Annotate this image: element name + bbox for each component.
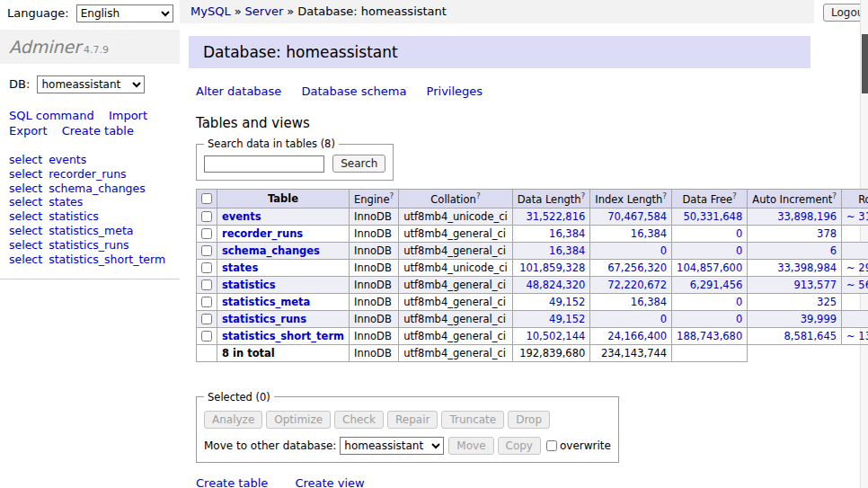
index-length-link[interactable]: 70,467,584 xyxy=(607,210,667,223)
overwrite-label[interactable]: overwrite xyxy=(560,439,611,452)
column-help-icon[interactable]: ? xyxy=(581,191,586,200)
data-free-link[interactable]: 188,743,680 xyxy=(677,330,742,342)
alter-database-link[interactable]: Alter database xyxy=(196,84,281,98)
row-checkbox[interactable] xyxy=(201,211,212,222)
scrollbar-thumb[interactable] xyxy=(862,34,868,93)
auto-increment-link[interactable]: 39,999 xyxy=(801,313,837,325)
auto-increment-link[interactable]: 33,398,984 xyxy=(777,262,837,274)
row-checkbox[interactable] xyxy=(201,314,212,324)
select-link[interactable]: select xyxy=(9,153,42,166)
data-free-link[interactable]: 50,331,648 xyxy=(683,210,742,223)
index-length-link[interactable]: 0 xyxy=(660,313,667,325)
optimize-button[interactable]: Optimize xyxy=(266,411,331,429)
table-link[interactable]: states xyxy=(222,262,258,274)
create-view-link[interactable]: Create view xyxy=(295,476,364,488)
data-free-link[interactable]: 0 xyxy=(736,296,742,308)
row-checkbox[interactable] xyxy=(201,331,212,342)
auto-increment-link[interactable]: 913,577 xyxy=(793,279,837,291)
db-select[interactable]: homeassistant xyxy=(37,75,145,93)
check-button[interactable]: Check xyxy=(334,411,384,429)
column-help-icon[interactable]: ? xyxy=(662,191,667,200)
overwrite-checkbox[interactable] xyxy=(546,440,557,451)
table-link[interactable]: statistics_meta xyxy=(222,296,310,308)
row-checkbox[interactable] xyxy=(201,228,212,239)
data-free-link[interactable]: 0 xyxy=(736,227,742,240)
create-table-link[interactable]: Create table xyxy=(62,124,134,138)
data-length-link[interactable]: 101,859,328 xyxy=(519,262,585,274)
select-link[interactable]: select xyxy=(9,195,42,209)
analyze-button[interactable]: Analyze xyxy=(204,411,262,429)
repair-button[interactable]: Repair xyxy=(387,411,438,429)
auto-increment-link[interactable]: 8,581,645 xyxy=(784,330,837,342)
rows-link[interactable]: ~ 136,108 xyxy=(846,330,868,342)
data-free-link[interactable]: 0 xyxy=(736,244,742,257)
data-free-link[interactable]: 6,291,456 xyxy=(690,279,743,291)
sidebar-table-link[interactable]: recorder_runs xyxy=(49,167,127,181)
index-length-link[interactable]: 24,166,400 xyxy=(607,330,667,342)
data-length-link[interactable]: 16,384 xyxy=(549,244,585,257)
index-length-link[interactable]: 67,256,320 xyxy=(607,262,667,274)
select-link[interactable]: select xyxy=(9,209,42,223)
search-button[interactable]: Search xyxy=(332,155,385,173)
sidebar-table-link[interactable]: statistics xyxy=(49,209,99,223)
column-help-icon[interactable]: ? xyxy=(476,191,481,200)
table-link[interactable]: statistics xyxy=(222,279,276,291)
data-length-link[interactable]: 49,152 xyxy=(549,296,585,308)
column-help-icon[interactable]: ? xyxy=(732,191,737,200)
breadcrumb-server-link[interactable]: Server xyxy=(245,4,284,18)
table-link[interactable]: recorder_runs xyxy=(222,227,303,240)
drop-button[interactable]: Drop xyxy=(508,411,550,429)
move-db-select[interactable]: homeassistant xyxy=(340,437,444,455)
sidebar-table-link[interactable]: events xyxy=(49,153,86,166)
breadcrumb-mysql-link[interactable]: MySQL xyxy=(190,4,231,18)
sql-command-link[interactable]: SQL command xyxy=(9,109,94,122)
rows-link[interactable]: ~ 312,180 xyxy=(846,210,868,223)
select-all-checkbox[interactable] xyxy=(201,193,212,204)
auto-increment-link[interactable]: 33,898,196 xyxy=(777,210,837,223)
select-link[interactable]: select xyxy=(9,238,42,252)
database-schema-link[interactable]: Database schema xyxy=(302,84,407,98)
sidebar-table-link[interactable]: statistics_runs xyxy=(49,238,128,252)
row-checkbox[interactable] xyxy=(201,279,212,290)
sidebar-table-link[interactable]: schema_changes xyxy=(49,182,146,195)
sidebar-table-link[interactable]: statistics_short_term xyxy=(49,253,165,266)
data-free-link[interactable]: 0 xyxy=(736,313,742,325)
data-length-link[interactable]: 16,384 xyxy=(549,227,585,240)
auto-increment-link[interactable]: 378 xyxy=(817,227,837,240)
export-link[interactable]: Export xyxy=(9,124,48,138)
select-link[interactable]: select xyxy=(9,224,42,237)
select-link[interactable]: select xyxy=(9,167,42,181)
table-link[interactable]: statistics_runs xyxy=(222,313,306,325)
create-table-link-main[interactable]: Create table xyxy=(196,476,268,488)
column-help-icon[interactable]: ? xyxy=(389,191,394,200)
row-checkbox[interactable] xyxy=(201,262,212,273)
index-length-link[interactable]: 16,384 xyxy=(631,296,667,308)
row-checkbox[interactable] xyxy=(201,297,212,307)
column-help-icon[interactable]: ? xyxy=(832,191,837,200)
privileges-link[interactable]: Privileges xyxy=(427,84,483,98)
select-link[interactable]: select xyxy=(9,253,42,266)
sidebar-table-link[interactable]: statistics_meta xyxy=(49,224,133,237)
data-length-link[interactable]: 31,522,816 xyxy=(526,210,585,223)
auto-increment-link[interactable]: 325 xyxy=(817,296,837,308)
select-link[interactable]: select xyxy=(9,182,42,195)
truncate-button[interactable]: Truncate xyxy=(441,411,504,429)
auto-increment-link[interactable]: 6 xyxy=(830,244,837,257)
data-length-link[interactable]: 10,502,144 xyxy=(526,330,585,342)
data-length-link[interactable]: 49,152 xyxy=(549,313,585,325)
move-button[interactable]: Move xyxy=(448,437,493,455)
rows-link[interactable]: ~ 569,159 xyxy=(846,279,868,291)
sidebar-table-link[interactable]: states xyxy=(49,195,83,209)
copy-button[interactable]: Copy xyxy=(498,437,541,455)
search-input[interactable] xyxy=(204,155,324,173)
index-length-link[interactable]: 72,220,672 xyxy=(607,279,667,291)
table-link[interactable]: events xyxy=(222,210,261,223)
language-select[interactable]: English xyxy=(76,4,173,22)
row-checkbox[interactable] xyxy=(201,245,212,256)
rows-link[interactable]: ~ 299,833 xyxy=(846,262,868,274)
table-link[interactable]: statistics_short_term xyxy=(222,330,344,342)
index-length-link[interactable]: 16,384 xyxy=(631,227,667,240)
import-link[interactable]: Import xyxy=(109,109,147,122)
table-link[interactable]: schema_changes xyxy=(222,244,320,257)
index-length-link[interactable]: 0 xyxy=(660,244,667,257)
